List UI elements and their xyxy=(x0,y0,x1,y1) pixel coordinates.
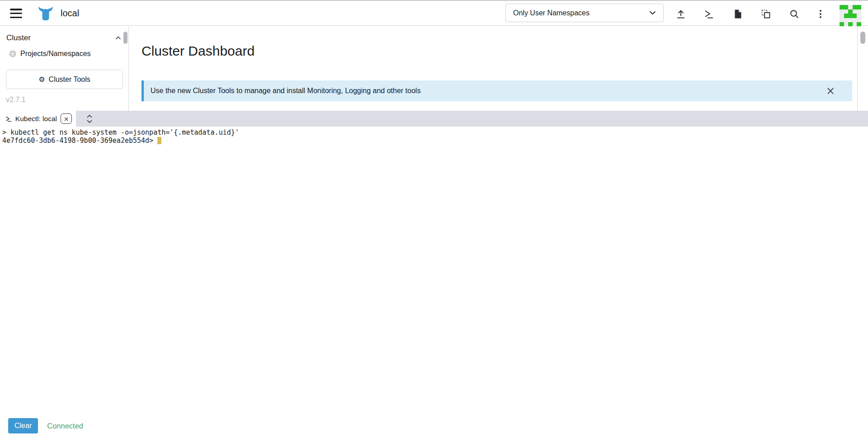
terminal-cursor xyxy=(157,137,161,144)
banner-close-icon[interactable]: × xyxy=(826,85,835,96)
terminal-tabbar: Kubectl: local × xyxy=(0,111,868,127)
gear-icon: ⚙ xyxy=(38,76,45,83)
import-yaml-button[interactable] xyxy=(674,7,688,21)
sidebar-item-label: Projects/Namespaces xyxy=(20,50,91,58)
terminal-line: > kubectl get ns kube-system -o=jsonpath… xyxy=(2,128,239,137)
header-actions-menu-button[interactable] xyxy=(814,7,827,21)
copy-icon xyxy=(760,9,771,19)
kebab-menu-icon xyxy=(820,10,821,18)
namespace-filter-dropdown[interactable]: Only User Namespaces xyxy=(505,4,664,22)
sidebar: Cluster Projects/Namespaces ⚙ Cluster To… xyxy=(0,26,129,111)
chevron-up-icon xyxy=(115,36,121,40)
banner-text: Use the new Cluster Tools to manage and … xyxy=(151,87,420,95)
sidebar-section-cluster[interactable]: Cluster xyxy=(0,26,128,42)
kubeconfig-file-button[interactable] xyxy=(731,7,745,21)
connection-status: Connected xyxy=(47,422,83,430)
sidebar-section-label: Cluster xyxy=(6,33,31,42)
sidebar-item-projects-namespaces[interactable]: Projects/Namespaces xyxy=(9,50,128,58)
terminal-expand-button[interactable] xyxy=(85,113,94,124)
clear-button[interactable]: Clear xyxy=(8,418,38,433)
namespace-filter-value: Only User Namespaces xyxy=(513,9,590,17)
globe-icon xyxy=(9,50,16,57)
main-scrollbar-track[interactable] xyxy=(857,26,868,111)
upload-icon xyxy=(675,9,686,19)
cluster-tools-label: Cluster Tools xyxy=(49,75,90,84)
cluster-tools-banner: Use the new Cluster Tools to manage and … xyxy=(142,80,852,101)
cluster-tools-button[interactable]: ⚙ Cluster Tools xyxy=(6,70,123,89)
close-icon: × xyxy=(64,115,69,122)
rancher-logo-icon[interactable] xyxy=(37,6,54,21)
tab-label: Kubectl: local xyxy=(15,115,57,123)
kubectl-terminal[interactable]: > kubectl get ns kube-system -o=jsonpath… xyxy=(0,127,868,414)
chevron-up-down-icon xyxy=(86,114,93,124)
app-header: local Only User Namespaces xyxy=(0,1,868,26)
main-scrollbar-thumb[interactable] xyxy=(860,32,865,44)
terminal-icon xyxy=(5,116,12,122)
main-content: Cluster Dashboard Use the new Cluster To… xyxy=(129,26,857,111)
tab-close-button[interactable]: × xyxy=(61,113,72,124)
sidebar-scrollbar-thumb[interactable] xyxy=(123,32,127,44)
terminal-line: 4e7fdc60-3db6-4198-9b00-369ea2eb554d> xyxy=(2,137,157,145)
page-title: Cluster Dashboard xyxy=(142,43,255,59)
user-avatar[interactable] xyxy=(840,5,861,27)
cluster-name: local xyxy=(61,8,79,19)
copy-kubeconfig-button[interactable] xyxy=(759,7,773,21)
search-button[interactable] xyxy=(788,7,801,21)
file-icon xyxy=(732,9,743,19)
main-menu-icon[interactable] xyxy=(10,9,22,18)
terminal-icon xyxy=(703,9,714,19)
chevron-down-icon xyxy=(649,11,656,15)
kubectl-shell-button[interactable] xyxy=(702,7,716,21)
tab-kubectl-local[interactable]: Kubectl: local × xyxy=(0,111,76,127)
terminal-footer: Clear Connected xyxy=(0,414,868,438)
rancher-version: v2.7.1 xyxy=(6,96,26,104)
search-icon xyxy=(789,9,800,19)
